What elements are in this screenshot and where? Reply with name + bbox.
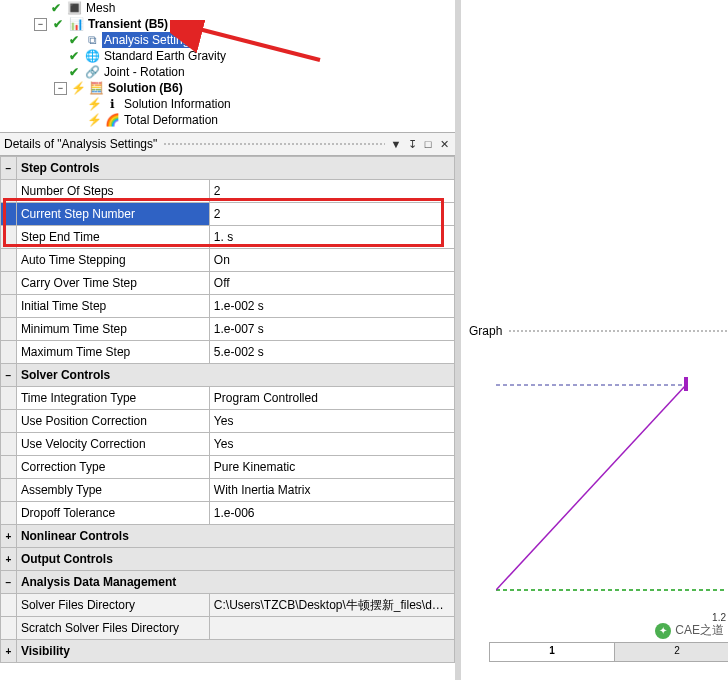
close-icon[interactable]: ✕ bbox=[437, 137, 451, 151]
watermark-text: CAE之道 bbox=[675, 622, 724, 639]
section-label: Output Controls bbox=[16, 548, 454, 571]
prop-row-pos-corr[interactable]: Use Position Correction Yes bbox=[1, 410, 455, 433]
prop-row-solver-dir[interactable]: Solver Files Directory C:\Users\TZCB\Des… bbox=[1, 594, 455, 617]
prop-row-step-end[interactable]: Step End Time 1. s bbox=[1, 226, 455, 249]
prop-value[interactable] bbox=[209, 617, 454, 640]
prop-row-number-of-steps[interactable]: Number Of Steps 2 bbox=[1, 180, 455, 203]
prop-row-auto-ts[interactable]: Auto Time Stepping On bbox=[1, 249, 455, 272]
collapse-icon[interactable]: − bbox=[1, 571, 17, 594]
prop-value[interactable]: 1.e-002 s bbox=[209, 295, 454, 318]
prop-row-max-ts[interactable]: Maximum Time Step 5.e-002 s bbox=[1, 341, 455, 364]
graph-title: Graph bbox=[469, 324, 502, 338]
tree-label-totaldef: Total Deformation bbox=[122, 112, 220, 128]
tree-label-analysis-settings: Analysis Settings bbox=[102, 32, 197, 48]
tree-row-gravity[interactable]: ✔ 🌐 Standard Earth Gravity bbox=[0, 48, 455, 64]
prop-value[interactable]: 1.e-007 s bbox=[209, 318, 454, 341]
expand-icon[interactable]: + bbox=[1, 640, 17, 663]
section-analysis-data[interactable]: − Analysis Data Management bbox=[1, 571, 455, 594]
tab-step-2[interactable]: 2 bbox=[615, 643, 728, 661]
collapse-icon[interactable]: − bbox=[1, 364, 17, 387]
prop-value[interactable]: Off bbox=[209, 272, 454, 295]
tree-row-solinfo[interactable]: ⚡ ℹ Solution Information bbox=[0, 96, 455, 112]
outline-tree: ✔ 🔳 Mesh − ✔ 📊 Transient (B5) ✔ ⧉ Analys… bbox=[0, 0, 455, 130]
expand-icon[interactable]: + bbox=[1, 548, 17, 571]
prop-row-assy[interactable]: Assembly Type With Inertia Matrix bbox=[1, 479, 455, 502]
tree-row-totaldef[interactable]: ⚡ 🌈 Total Deformation bbox=[0, 112, 455, 128]
prop-label: Carry Over Time Step bbox=[16, 272, 209, 295]
properties-table: − Step Controls Number Of Steps 2 Curren… bbox=[0, 156, 455, 663]
prop-value[interactable]: 2 bbox=[209, 203, 454, 226]
section-step-controls[interactable]: − Step Controls bbox=[1, 157, 455, 180]
prop-value[interactable]: 2 bbox=[209, 180, 454, 203]
prop-value[interactable]: C:\Users\TZCB\Desktop\牛顿摆新_files\dp0\SYS… bbox=[209, 594, 454, 617]
section-label: Solver Controls bbox=[16, 364, 454, 387]
prop-row-vel-corr[interactable]: Use Velocity Correction Yes bbox=[1, 433, 455, 456]
prop-row-min-ts[interactable]: Minimum Time Step 1.e-007 s bbox=[1, 318, 455, 341]
prop-value[interactable]: 1.e-006 bbox=[209, 502, 454, 525]
tree-row-joint[interactable]: ✔ 🔗 Joint - Rotation bbox=[0, 64, 455, 80]
prop-row-dropoff[interactable]: Dropoff Tolerance 1.e-006 bbox=[1, 502, 455, 525]
info-icon: ℹ bbox=[104, 96, 120, 112]
prop-label: Solver Files Directory bbox=[16, 594, 209, 617]
dropdown-icon[interactable]: ▼ bbox=[389, 137, 403, 151]
collapse-icon[interactable]: − bbox=[54, 82, 67, 95]
prop-label: Auto Time Stepping bbox=[16, 249, 209, 272]
prop-value[interactable]: 1. s bbox=[209, 226, 454, 249]
watermark: ✦ CAE之道 bbox=[655, 622, 724, 639]
prop-label: Time Integration Type bbox=[16, 387, 209, 410]
tree-label-solinfo: Solution Information bbox=[122, 96, 233, 112]
prop-value[interactable]: On bbox=[209, 249, 454, 272]
tree-row-solution[interactable]: − ⚡ 🧮 Solution (B6) bbox=[0, 80, 455, 96]
prop-value[interactable]: With Inertia Matrix bbox=[209, 479, 454, 502]
check-icon: ✔ bbox=[48, 0, 64, 16]
prop-row-carry[interactable]: Carry Over Time Step Off bbox=[1, 272, 455, 295]
prop-row-scratch-dir[interactable]: Scratch Solver Files Directory bbox=[1, 617, 455, 640]
step-tabs: 1 2 bbox=[489, 642, 728, 662]
joint-icon: 🔗 bbox=[84, 64, 100, 80]
pin-icon[interactable]: ↧ bbox=[405, 137, 419, 151]
tree-row-transient[interactable]: − ✔ 📊 Transient (B5) bbox=[0, 16, 455, 32]
details-header: Details of "Analysis Settings" ▼ ↧ □ ✕ bbox=[0, 133, 455, 156]
maximize-icon[interactable]: □ bbox=[421, 137, 435, 151]
collapse-icon[interactable]: − bbox=[1, 157, 17, 180]
section-label: Analysis Data Management bbox=[16, 571, 454, 594]
prop-value[interactable]: Pure Kinematic bbox=[209, 456, 454, 479]
tree-label-transient: Transient (B5) bbox=[86, 16, 170, 32]
collapse-icon[interactable]: − bbox=[34, 18, 47, 31]
check-icon: ✔ bbox=[66, 48, 82, 64]
tree-row-analysis-settings[interactable]: ✔ ⧉ Analysis Settings bbox=[0, 32, 455, 48]
tree-row-mesh[interactable]: ✔ 🔳 Mesh bbox=[0, 0, 455, 16]
transient-icon: 📊 bbox=[68, 16, 84, 32]
details-title: Details of "Analysis Settings" bbox=[4, 137, 157, 151]
prop-label: Maximum Time Step bbox=[16, 341, 209, 364]
tree-label-solution: Solution (B6) bbox=[106, 80, 185, 96]
wechat-icon: ✦ bbox=[655, 623, 671, 639]
prop-value[interactable]: 5.e-002 s bbox=[209, 341, 454, 364]
check-icon: ✔ bbox=[50, 16, 66, 32]
prop-label: Step End Time bbox=[16, 226, 209, 249]
prop-value[interactable]: Program Controlled bbox=[209, 387, 454, 410]
section-label: Visibility bbox=[16, 640, 454, 663]
section-output[interactable]: + Output Controls bbox=[1, 548, 455, 571]
prop-value[interactable]: Yes bbox=[209, 433, 454, 456]
section-nonlinear[interactable]: + Nonlinear Controls bbox=[1, 525, 455, 548]
prop-row-init-ts[interactable]: Initial Time Step 1.e-002 s bbox=[1, 295, 455, 318]
tab-step-1[interactable]: 1 bbox=[490, 643, 615, 661]
prop-row-time-int[interactable]: Time Integration Type Program Controlled bbox=[1, 387, 455, 410]
expand-icon[interactable]: + bbox=[1, 525, 17, 548]
tree-label-gravity: Standard Earth Gravity bbox=[102, 48, 228, 64]
settings-icon: ⧉ bbox=[84, 32, 100, 48]
section-solver-controls[interactable]: − Solver Controls bbox=[1, 364, 455, 387]
prop-value[interactable]: Yes bbox=[209, 410, 454, 433]
prop-row-current-step[interactable]: Current Step Number 2 bbox=[1, 203, 455, 226]
deformation-icon: 🌈 bbox=[104, 112, 120, 128]
check-icon: ✔ bbox=[66, 32, 82, 48]
prop-row-corr-type[interactable]: Correction Type Pure Kinematic bbox=[1, 456, 455, 479]
lightning-icon: ⚡ bbox=[86, 96, 102, 112]
prop-label: Assembly Type bbox=[16, 479, 209, 502]
section-visibility[interactable]: + Visibility bbox=[1, 640, 455, 663]
prop-label: Initial Time Step bbox=[16, 295, 209, 318]
svg-line-3 bbox=[496, 385, 686, 590]
mesh-icon: 🔳 bbox=[66, 0, 82, 16]
lightning-icon: ⚡ bbox=[70, 80, 86, 96]
